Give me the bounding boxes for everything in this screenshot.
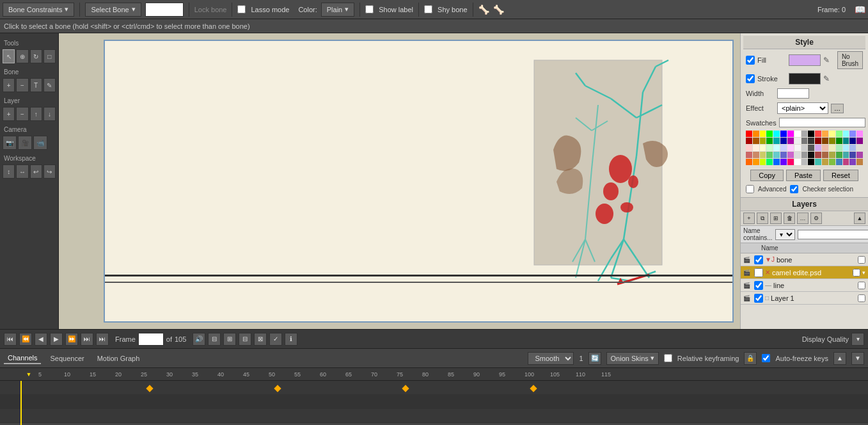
sequencer-tab[interactable]: Sequencer (46, 353, 88, 364)
add-layer-btn[interactable]: + (743, 212, 755, 224)
color-cell[interactable] (822, 131, 828, 137)
end-btn[interactable]: ⏭ (96, 333, 109, 346)
color-cell[interactable] (753, 138, 759, 144)
color-cell[interactable] (829, 131, 835, 137)
layer-row-bone[interactable]: 🎬 ▼J bone (741, 253, 868, 266)
fill-edit-icon[interactable]: ✎ (823, 56, 830, 65)
color-cell[interactable] (780, 131, 787, 137)
color-cell[interactable] (836, 145, 842, 151)
color-cell[interactable] (822, 138, 828, 144)
color-cell[interactable] (822, 145, 828, 151)
timeline-btn1[interactable]: 🔄 (588, 352, 601, 365)
layer-extra-check-bone[interactable] (858, 256, 865, 264)
fill-checkbox[interactable] (746, 56, 755, 65)
color-cell[interactable] (808, 145, 814, 151)
color-cell[interactable] (787, 152, 794, 158)
color-cell[interactable] (836, 159, 842, 165)
fill-color-swatch[interactable] (789, 54, 821, 66)
layer-up-icon[interactable]: ↑ (30, 107, 42, 121)
bone-name-input[interactable]: B17 (145, 3, 184, 17)
view2-btn[interactable]: ⊞ (223, 333, 236, 346)
lock-icon[interactable]: 🔒 (744, 352, 757, 365)
color-cell[interactable] (760, 131, 766, 137)
layer-extra-check-line[interactable] (858, 282, 865, 289)
audio-btn[interactable]: 🔊 (193, 333, 205, 346)
ws-icon4[interactable]: ↪ (43, 164, 56, 179)
color-cell[interactable] (801, 138, 808, 144)
color-cell[interactable] (822, 152, 828, 158)
paste-btn[interactable]: Paste (786, 170, 821, 181)
layer-vis-check-camel[interactable] (754, 268, 763, 277)
layer-vis-check-layer1[interactable] (754, 294, 763, 303)
add-bone-icon[interactable]: + (3, 78, 15, 92)
color-cell[interactable] (849, 138, 856, 144)
color-cell[interactable] (843, 138, 849, 144)
color-cell[interactable] (815, 138, 821, 144)
channels-tab[interactable]: Channels (4, 353, 41, 364)
settings-layer-btn[interactable]: ⚙ (810, 212, 822, 224)
camera-icon3[interactable]: 📹 (33, 136, 47, 150)
copy-btn[interactable]: Copy (750, 170, 784, 181)
color-cell[interactable] (787, 138, 794, 144)
effect-select[interactable]: <plain> (777, 102, 828, 114)
dq-dropdown-btn[interactable]: ▾ (851, 333, 864, 346)
delete-bone-icon[interactable]: − (16, 78, 28, 92)
color-cell[interactable] (780, 159, 787, 165)
layer-extra-check-layer1[interactable] (858, 294, 865, 302)
prev-frame-btn[interactable]: ⏪ (19, 333, 32, 346)
select-bone-btn[interactable]: Select Bone ▾ (85, 3, 141, 17)
color-cell[interactable] (787, 159, 794, 165)
color-cell[interactable] (780, 138, 787, 144)
step-back-btn[interactable]: ◀ (35, 333, 47, 346)
timeline-dn-btn[interactable]: ▼ (851, 352, 864, 365)
color-cell[interactable] (829, 152, 835, 158)
sync-btn[interactable]: ✓ (269, 333, 282, 346)
smooth-select[interactable]: Smooth (528, 352, 574, 365)
color-cell[interactable] (801, 131, 808, 137)
color-cell[interactable] (794, 131, 801, 137)
color-cell[interactable] (794, 152, 801, 158)
color-cell[interactable] (746, 131, 752, 137)
layer-vis-check-bone[interactable] (754, 255, 763, 264)
color-cell[interactable] (746, 152, 752, 158)
ws-icon3[interactable]: ↩ (30, 164, 42, 179)
onion-skins-btn[interactable]: Onion Skins ▾ (606, 352, 659, 365)
color-cell[interactable] (794, 138, 801, 144)
color-cell[interactable] (829, 138, 835, 144)
color-cell[interactable] (760, 138, 766, 144)
color-cell[interactable] (843, 131, 849, 137)
play-btn[interactable]: ▶ (50, 333, 63, 346)
color-cell[interactable] (766, 131, 773, 137)
color-cell[interactable] (760, 152, 766, 158)
color-cell[interactable] (836, 131, 842, 137)
color-cell[interactable] (843, 145, 849, 151)
color-cell[interactable] (773, 152, 780, 158)
color-cell[interactable] (746, 145, 752, 151)
play-loop-btn[interactable]: ⏩ (65, 333, 78, 346)
color-cell[interactable] (753, 131, 759, 137)
color-cell[interactable] (849, 152, 856, 158)
color-cell[interactable] (801, 152, 808, 158)
color-cell[interactable] (856, 145, 863, 151)
timeline-up-btn[interactable]: ▲ (833, 352, 846, 365)
view3-btn[interactable]: ⊟ (239, 333, 251, 346)
color-cell[interactable] (794, 159, 801, 165)
color-cell[interactable] (829, 145, 835, 151)
color-cell[interactable] (849, 131, 856, 137)
scroll-top-btn[interactable]: ▲ (854, 212, 865, 224)
layer-row-camel[interactable]: 🎬 ✕ camel edite.psd ▾ (741, 266, 868, 279)
ws-icon2[interactable]: ↔ (16, 164, 28, 179)
del-layer-btn[interactable]: 🗑 (784, 212, 795, 224)
layer-extra-check-camel[interactable] (853, 269, 860, 277)
dup-layer-btn[interactable]: ⧉ (757, 212, 768, 224)
color-cell[interactable] (815, 145, 821, 151)
add-layer-icon[interactable]: + (3, 107, 15, 121)
layer-row-layer1[interactable]: 🎬 □ Layer 1 (741, 292, 868, 305)
shy-bone-check[interactable] (424, 5, 432, 13)
color-cell[interactable] (856, 159, 863, 165)
info-btn[interactable]: ℹ (285, 333, 297, 346)
group-layer-btn[interactable]: ⊞ (770, 212, 782, 224)
view1-btn[interactable]: ⊟ (208, 333, 221, 346)
color-cell[interactable] (787, 145, 794, 151)
color-cell[interactable] (808, 152, 814, 158)
